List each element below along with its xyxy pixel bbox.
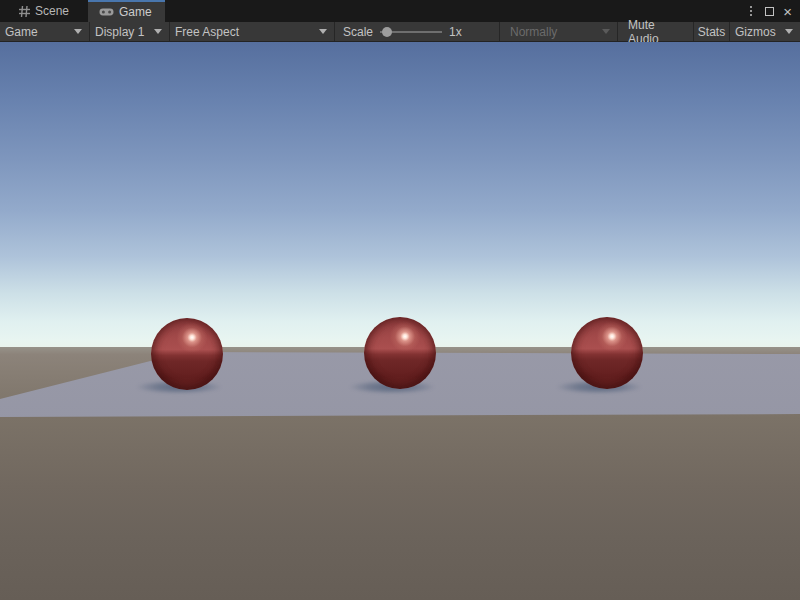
sky-gradient [0, 42, 800, 349]
gizmos-dropdown[interactable]: Gizmos [730, 22, 800, 41]
view-mode-label: Game [5, 25, 38, 39]
maximize-icon[interactable] [765, 7, 774, 16]
chevron-down-icon [154, 29, 162, 34]
unity-game-window: Scene Game × Game Display 1 Free Aspect [0, 0, 800, 600]
stats-button[interactable]: Stats [694, 22, 730, 41]
tab-game-label: Game [119, 5, 152, 19]
scale-control: Scale 1x [335, 22, 500, 41]
slider-thumb[interactable] [382, 27, 392, 37]
scale-slider[interactable] [380, 27, 442, 37]
display-label: Display 1 [95, 25, 144, 39]
game-viewport[interactable] [0, 42, 800, 600]
aspect-ratio-label: Free Aspect [175, 25, 239, 39]
game-view-toolbar: Game Display 1 Free Aspect Scale 1x Norm… [0, 22, 800, 42]
chevron-down-icon [785, 29, 793, 34]
tab-scene-label: Scene [35, 4, 69, 18]
gamepad-icon [99, 7, 114, 17]
chevron-down-icon [74, 29, 82, 34]
chevron-down-icon [602, 29, 610, 34]
stats-label: Stats [698, 25, 725, 39]
grid-icon [19, 6, 30, 17]
mute-audio-button[interactable]: Mute Audio [618, 22, 694, 41]
red-sphere [571, 317, 643, 389]
red-sphere [151, 318, 223, 390]
tab-scene[interactable]: Scene [8, 0, 82, 22]
tab-game[interactable]: Game [88, 0, 165, 22]
display-dropdown[interactable]: Display 1 [90, 22, 170, 41]
playmode-behavior-dropdown: Normally [500, 22, 618, 41]
scale-label: Scale [343, 25, 373, 39]
red-sphere [364, 317, 436, 389]
view-mode-dropdown[interactable]: Game [0, 22, 90, 41]
scale-value: 1x [449, 25, 462, 39]
chevron-down-icon [319, 29, 327, 34]
kebab-menu-icon[interactable] [746, 3, 756, 19]
aspect-ratio-dropdown[interactable]: Free Aspect [170, 22, 335, 41]
gizmos-label: Gizmos [735, 25, 776, 39]
playmode-behavior-label: Normally [505, 25, 557, 39]
close-icon[interactable]: × [783, 6, 792, 17]
window-controls: × [746, 0, 800, 22]
